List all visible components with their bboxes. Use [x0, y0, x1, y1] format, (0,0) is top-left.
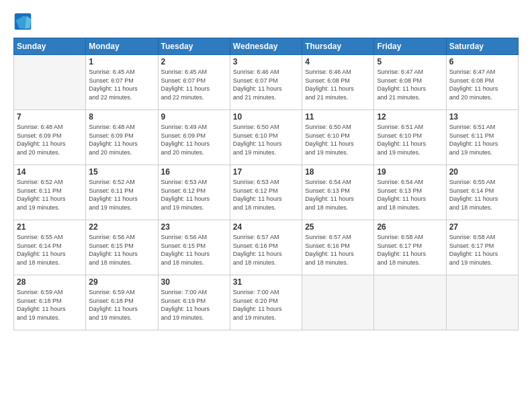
day-number: 4	[305, 57, 371, 66]
cell-info: Sunrise: 6:56 AM Sunset: 6:15 PM Dayligh…	[89, 233, 154, 267]
cell-info: Sunrise: 6:47 AM Sunset: 6:08 PM Dayligh…	[377, 68, 443, 101]
cell-info: Sunrise: 6:52 AM Sunset: 6:11 PM Dayligh…	[17, 178, 83, 212]
calendar-week-5: 28Sunrise: 6:59 AM Sunset: 6:18 PM Dayli…	[14, 275, 519, 330]
calendar-cell: 24Sunrise: 6:57 AM Sunset: 6:16 PM Dayli…	[230, 220, 302, 275]
day-number: 29	[89, 277, 154, 287]
day-number: 12	[377, 112, 443, 122]
calendar-cell: 15Sunrise: 6:52 AM Sunset: 6:11 PM Dayli…	[86, 165, 158, 220]
calendar-cell: 17Sunrise: 6:53 AM Sunset: 6:12 PM Dayli…	[230, 165, 302, 220]
calendar-cell: 12Sunrise: 6:51 AM Sunset: 6:10 PM Dayli…	[374, 110, 446, 165]
calendar-header-saturday: Saturday	[446, 38, 518, 55]
day-number: 26	[377, 222, 443, 232]
calendar-cell: 14Sunrise: 6:52 AM Sunset: 6:11 PM Dayli…	[14, 165, 86, 220]
day-number: 2	[161, 57, 227, 66]
calendar-week-2: 7Sunrise: 6:48 AM Sunset: 6:09 PM Daylig…	[14, 110, 519, 165]
calendar-cell: 19Sunrise: 6:54 AM Sunset: 6:13 PM Dayli…	[374, 165, 446, 220]
calendar-cell: 9Sunrise: 6:49 AM Sunset: 6:09 PM Daylig…	[158, 110, 230, 165]
cell-info: Sunrise: 6:50 AM Sunset: 6:10 PM Dayligh…	[305, 123, 371, 156]
cell-info: Sunrise: 6:59 AM Sunset: 6:18 PM Dayligh…	[17, 288, 83, 322]
calendar-cell: 23Sunrise: 6:56 AM Sunset: 6:15 PM Dayli…	[158, 220, 230, 275]
day-number: 13	[449, 112, 515, 122]
calendar-cell: 30Sunrise: 7:00 AM Sunset: 6:19 PM Dayli…	[158, 275, 230, 330]
calendar-cell	[374, 275, 446, 330]
cell-info: Sunrise: 6:51 AM Sunset: 6:10 PM Dayligh…	[377, 123, 443, 156]
day-number: 30	[161, 277, 227, 287]
cell-info: Sunrise: 6:45 AM Sunset: 6:07 PM Dayligh…	[89, 68, 154, 101]
day-number: 28	[17, 277, 83, 287]
day-number: 6	[449, 57, 515, 66]
calendar-header-tuesday: Tuesday	[158, 38, 230, 55]
day-number: 16	[161, 167, 227, 177]
calendar-cell	[14, 55, 86, 110]
cell-info: Sunrise: 6:48 AM Sunset: 6:09 PM Dayligh…	[89, 123, 154, 156]
cell-info: Sunrise: 6:55 AM Sunset: 6:14 PM Dayligh…	[449, 178, 515, 212]
day-number: 7	[17, 112, 83, 122]
calendar-table: SundayMondayTuesdayWednesdayThursdayFrid…	[13, 38, 519, 330]
calendar-cell: 2Sunrise: 6:45 AM Sunset: 6:07 PM Daylig…	[158, 55, 230, 110]
cell-info: Sunrise: 6:54 AM Sunset: 6:13 PM Dayligh…	[305, 178, 371, 212]
cell-info: Sunrise: 6:49 AM Sunset: 6:09 PM Dayligh…	[161, 123, 227, 156]
cell-info: Sunrise: 6:46 AM Sunset: 6:07 PM Dayligh…	[233, 68, 299, 101]
calendar-cell: 18Sunrise: 6:54 AM Sunset: 6:13 PM Dayli…	[302, 165, 374, 220]
cell-info: Sunrise: 6:58 AM Sunset: 6:17 PM Dayligh…	[449, 233, 515, 267]
calendar-cell: 11Sunrise: 6:50 AM Sunset: 6:10 PM Dayli…	[302, 110, 374, 165]
day-number: 11	[305, 112, 371, 122]
day-number: 15	[89, 167, 154, 177]
cell-info: Sunrise: 7:00 AM Sunset: 6:19 PM Dayligh…	[161, 288, 227, 322]
day-number: 24	[233, 222, 299, 232]
calendar-cell: 26Sunrise: 6:58 AM Sunset: 6:17 PM Dayli…	[374, 220, 446, 275]
calendar-header-friday: Friday	[374, 38, 446, 55]
day-number: 19	[377, 167, 443, 177]
calendar-week-4: 21Sunrise: 6:55 AM Sunset: 6:14 PM Dayli…	[14, 220, 519, 275]
day-number: 3	[233, 57, 299, 66]
logo-icon	[13, 12, 32, 31]
day-number: 22	[89, 222, 154, 232]
cell-info: Sunrise: 7:00 AM Sunset: 6:20 PM Dayligh…	[233, 288, 299, 322]
cell-info: Sunrise: 6:46 AM Sunset: 6:08 PM Dayligh…	[305, 68, 371, 101]
calendar-header-row: SundayMondayTuesdayWednesdayThursdayFrid…	[14, 38, 519, 55]
calendar-week-3: 14Sunrise: 6:52 AM Sunset: 6:11 PM Dayli…	[14, 165, 519, 220]
day-number: 31	[233, 277, 299, 287]
cell-info: Sunrise: 6:54 AM Sunset: 6:13 PM Dayligh…	[377, 178, 443, 212]
cell-info: Sunrise: 6:53 AM Sunset: 6:12 PM Dayligh…	[233, 178, 299, 212]
calendar-cell: 31Sunrise: 7:00 AM Sunset: 6:20 PM Dayli…	[230, 275, 302, 330]
day-number: 5	[377, 57, 443, 66]
calendar-cell: 16Sunrise: 6:53 AM Sunset: 6:12 PM Dayli…	[158, 165, 230, 220]
calendar-cell: 3Sunrise: 6:46 AM Sunset: 6:07 PM Daylig…	[230, 55, 302, 110]
day-number: 1	[89, 57, 154, 66]
calendar-week-1: 1Sunrise: 6:45 AM Sunset: 6:07 PM Daylig…	[14, 55, 519, 110]
calendar-cell	[302, 275, 374, 330]
calendar-cell	[446, 275, 518, 330]
day-number: 9	[161, 112, 227, 122]
day-number: 21	[17, 222, 83, 232]
cell-info: Sunrise: 6:59 AM Sunset: 6:18 PM Dayligh…	[89, 288, 154, 322]
calendar-header-thursday: Thursday	[302, 38, 374, 55]
cell-info: Sunrise: 6:45 AM Sunset: 6:07 PM Dayligh…	[161, 68, 227, 101]
calendar-cell: 22Sunrise: 6:56 AM Sunset: 6:15 PM Dayli…	[86, 220, 158, 275]
day-number: 17	[233, 167, 299, 177]
cell-info: Sunrise: 6:52 AM Sunset: 6:11 PM Dayligh…	[89, 178, 154, 212]
cell-info: Sunrise: 6:56 AM Sunset: 6:15 PM Dayligh…	[161, 233, 227, 267]
cell-info: Sunrise: 6:51 AM Sunset: 6:11 PM Dayligh…	[449, 123, 515, 156]
header	[13, 12, 519, 31]
page: SundayMondayTuesdayWednesdayThursdayFrid…	[0, 0, 532, 411]
calendar-header-monday: Monday	[86, 38, 158, 55]
day-number: 14	[17, 167, 83, 177]
cell-info: Sunrise: 6:47 AM Sunset: 6:08 PM Dayligh…	[449, 68, 515, 101]
cell-info: Sunrise: 6:53 AM Sunset: 6:12 PM Dayligh…	[161, 178, 227, 212]
day-number: 27	[449, 222, 515, 232]
day-number: 25	[305, 222, 371, 232]
calendar-cell: 10Sunrise: 6:50 AM Sunset: 6:10 PM Dayli…	[230, 110, 302, 165]
logo	[13, 12, 34, 31]
calendar-cell: 28Sunrise: 6:59 AM Sunset: 6:18 PM Dayli…	[14, 275, 86, 330]
calendar-cell: 4Sunrise: 6:46 AM Sunset: 6:08 PM Daylig…	[302, 55, 374, 110]
calendar-cell: 25Sunrise: 6:57 AM Sunset: 6:16 PM Dayli…	[302, 220, 374, 275]
calendar-cell: 6Sunrise: 6:47 AM Sunset: 6:08 PM Daylig…	[446, 55, 518, 110]
cell-info: Sunrise: 6:55 AM Sunset: 6:14 PM Dayligh…	[17, 233, 83, 267]
day-number: 20	[449, 167, 515, 177]
cell-info: Sunrise: 6:50 AM Sunset: 6:10 PM Dayligh…	[233, 123, 299, 156]
calendar-cell: 27Sunrise: 6:58 AM Sunset: 6:17 PM Dayli…	[446, 220, 518, 275]
cell-info: Sunrise: 6:58 AM Sunset: 6:17 PM Dayligh…	[377, 233, 443, 267]
day-number: 23	[161, 222, 227, 232]
calendar-header-wednesday: Wednesday	[230, 38, 302, 55]
